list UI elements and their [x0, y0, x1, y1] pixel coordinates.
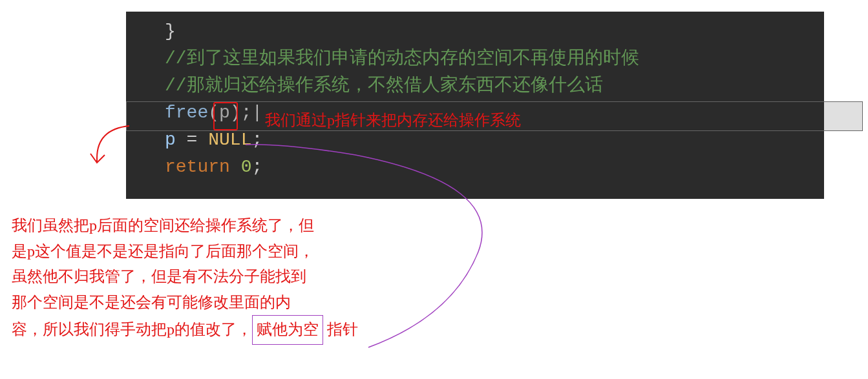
code-line-comment2: //那就归还给操作系统，不然借人家东西不还像什么话: [165, 72, 785, 99]
inline-annotation: 我们通过p指针来把内存还给操作系统: [265, 110, 521, 130]
annotation-highlight-box: 赋他为空: [252, 315, 323, 345]
code-editor[interactable]: } //到了这里如果我们申请的动态内存的空间不再使用的时候 //那就归还给操作系…: [126, 12, 824, 199]
annotation-block: 我们虽然把p后面的空间还给操作系统了，但 是p这个值是不是还是指向了后面那个空间…: [12, 213, 358, 345]
annotation-line-3: 虽然他不归我管了，但是有不法分子能找到: [12, 264, 358, 290]
annotation-line-5: 容，所以我们得手动把p的值改了，赋他为空 指针: [12, 315, 358, 345]
code-line-assign: p = NULL;: [165, 127, 785, 154]
code-line-brace: }: [165, 18, 785, 45]
annotation-line-2: 是p这个值是不是还是指向了后面那个空间，: [12, 239, 358, 265]
code-line-comment1: //到了这里如果我们申请的动态内存的空间不再使用的时候: [165, 45, 785, 72]
code-line-return: return 0;: [165, 154, 785, 181]
annotation-line-4: 那个空间是不是还会有可能修改里面的内: [12, 290, 358, 316]
annotation-line-1: 我们虽然把p后面的空间还给操作系统了，但: [12, 213, 358, 239]
